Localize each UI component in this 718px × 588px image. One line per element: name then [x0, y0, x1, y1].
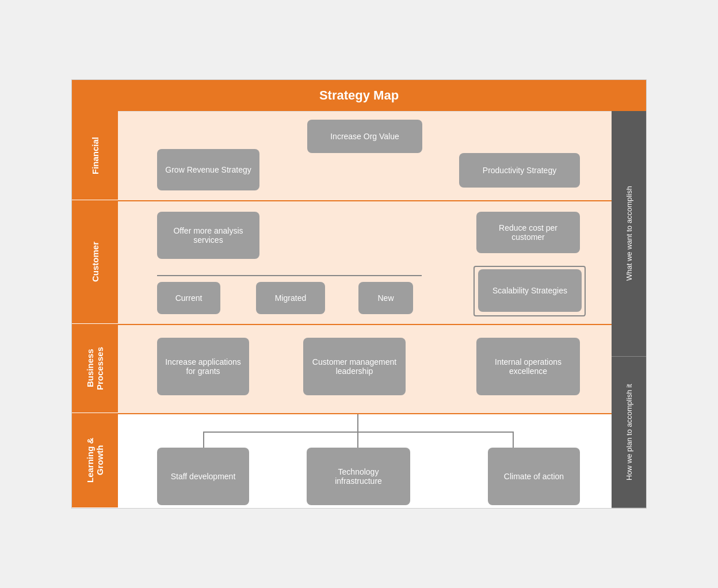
v-line-up — [357, 414, 358, 432]
financial-section: Increase Org Value Grow Revenue Strategy… — [118, 111, 612, 200]
node-technology[interactable]: Technology infrastructure — [307, 448, 410, 505]
label-financial: Financial — [72, 111, 118, 200]
node-customer-mgmt[interactable]: Customer management leadership — [303, 338, 406, 395]
header: Strategy Map — [72, 80, 646, 111]
node-productivity[interactable]: Productivity Strategy — [459, 153, 580, 188]
node-migrated[interactable]: Migrated — [256, 282, 325, 314]
right-labels: What we want to accomplish How we plan t… — [612, 111, 646, 508]
label-business: Business Processes — [72, 324, 118, 413]
node-staff[interactable]: Staff development — [157, 448, 249, 505]
node-scalability[interactable]: Scalability Strategies — [478, 269, 582, 312]
node-offer-analysis[interactable]: Offer more analysis services — [157, 212, 259, 259]
customer-section: Offer more analysis services Reduce cost… — [118, 200, 612, 324]
node-new[interactable]: New — [358, 282, 413, 314]
node-grow-revenue[interactable]: Grow Revenue Strategy — [157, 149, 259, 190]
node-current[interactable]: Current — [157, 282, 220, 314]
strategy-map: Strategy Map Financial Customer Business… — [71, 79, 647, 509]
learning-horizontal-line — [203, 432, 514, 433]
node-increase-org-value[interactable]: Increase Org Value — [307, 120, 422, 153]
node-reduce-cost[interactable]: Reduce cost per customer — [476, 212, 580, 253]
row-labels: Financial Customer Business Processes Le… — [72, 111, 118, 508]
v-line-left — [203, 432, 204, 449]
learning-section: Staff development Technology infrastruct… — [118, 413, 612, 508]
label-learning: Learning & Growth — [72, 413, 118, 508]
v-line-right — [513, 432, 514, 449]
right-label-how: How we plan to accomplish it — [612, 357, 646, 508]
header-title: Strategy Map — [319, 88, 399, 102]
business-section: Increase applications for grants Custome… — [118, 324, 612, 413]
node-internal-ops[interactable]: Internal operations excellence — [476, 338, 580, 395]
node-climate[interactable]: Climate of action — [488, 448, 580, 505]
node-increase-apps[interactable]: Increase applications for grants — [157, 338, 249, 395]
right-label-what: What we want to accomplish — [612, 111, 646, 357]
label-customer: Customer — [72, 200, 118, 324]
v-line-center — [357, 432, 358, 449]
horizontal-line-customer — [157, 275, 422, 276]
diagram-area: Increase Org Value Grow Revenue Strategy… — [118, 111, 612, 508]
